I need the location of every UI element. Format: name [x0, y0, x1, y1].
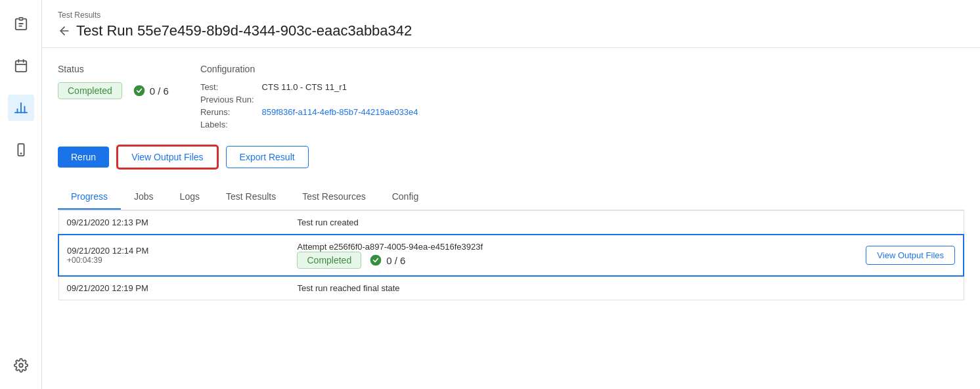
- export-result-button[interactable]: Export Result: [226, 146, 309, 168]
- attempt-action-cell: View Output Files: [732, 235, 964, 276]
- check-count: 0 / 6: [133, 84, 169, 97]
- back-button[interactable]: [58, 24, 71, 37]
- device-icon: [14, 143, 28, 157]
- tab-test-resources[interactable]: Test Resources: [289, 185, 378, 210]
- attempt-status-badge: Completed: [297, 252, 361, 269]
- timestamp-main: 09/21/2020 12:14 PM: [67, 246, 281, 256]
- svg-rect-0: [19, 18, 23, 20]
- table-row: 09/21/2020 12:19 PM Test run reached fin…: [58, 276, 964, 300]
- rerun-button[interactable]: Rerun: [58, 147, 109, 168]
- page-title: Test Run 55e7e459-8b9d-4344-903c-eaac3ab…: [76, 22, 412, 39]
- timestamp-sub: +00:04:39: [67, 256, 281, 265]
- calendar-icon: [14, 58, 28, 73]
- config-grid: Test: CTS 11.0 - CTS 11_r1 Previous Run:…: [200, 82, 418, 129]
- check-circle-icon: [133, 84, 146, 97]
- action-row: Rerun View Output Files Export Result: [58, 145, 964, 169]
- tab-jobs[interactable]: Jobs: [121, 185, 167, 210]
- table-row: 09/21/2020 12:13 PM Test run created: [58, 211, 964, 235]
- status-section: Status Completed 0 / 6: [58, 64, 169, 129]
- count-label: 0 / 6: [150, 85, 169, 97]
- desc-cell: Test run created: [289, 211, 732, 235]
- desc-cell: Test run reached final state: [289, 276, 732, 300]
- test-label: Test:: [200, 82, 254, 92]
- config-section: Configuration Test: CTS 11.0 - CTS 11_r1…: [200, 64, 418, 129]
- header: Test Results Test Run 55e7e459-8b9d-4344…: [42, 0, 980, 48]
- svg-rect-3: [15, 61, 26, 72]
- attempt-check-circle-icon: [369, 254, 382, 267]
- labels-label: Labels:: [200, 120, 254, 129]
- svg-point-13: [19, 363, 23, 367]
- sidebar-item-calendar[interactable]: [8, 53, 34, 79]
- test-value: CTS 11.0 - CTS 11_r1: [262, 82, 418, 92]
- sidebar-item-settings[interactable]: [8, 352, 34, 378]
- sidebar: [0, 0, 42, 389]
- timestamp-cell: 09/21/2020 12:14 PM +00:04:39: [58, 235, 289, 276]
- progress-table: 09/21/2020 12:13 PM Test run created 09/…: [58, 210, 964, 300]
- sidebar-item-device[interactable]: [8, 137, 34, 163]
- title-row: Test Run 55e7e459-8b9d-4344-903c-eaac3ab…: [58, 22, 964, 39]
- content-area: Status Completed 0 / 6 Configuration: [42, 48, 980, 389]
- tab-test-results[interactable]: Test Results: [213, 185, 289, 210]
- sidebar-item-analytics[interactable]: [8, 95, 34, 121]
- settings-icon: [14, 358, 28, 373]
- attempt-title: Attempt e256f6f0-a897-4005-94ea-e4516fe3…: [297, 242, 724, 252]
- bar-chart-icon: [14, 101, 28, 115]
- attempt-row-content: Completed 0 / 6: [297, 252, 724, 269]
- timestamp-cell: 09/21/2020 12:19 PM: [58, 276, 289, 300]
- attempt-view-output-files-button[interactable]: View Output Files: [866, 246, 955, 265]
- attempt-desc-cell: Attempt e256f6f0-a897-4005-94ea-e4516fe3…: [289, 235, 732, 276]
- status-row: Completed 0 / 6: [58, 82, 169, 99]
- status-badge: Completed: [58, 82, 122, 99]
- breadcrumb: Test Results: [58, 11, 964, 20]
- info-row: Status Completed 0 / 6 Configuration: [58, 64, 964, 129]
- tab-logs[interactable]: Logs: [167, 185, 213, 210]
- svg-point-15: [133, 85, 145, 97]
- labels-value: [262, 120, 418, 129]
- attempt-check-count: 0 / 6: [369, 254, 405, 267]
- prev-run-label: Previous Run:: [200, 95, 254, 104]
- tabs-bar: Progress Jobs Logs Test Results Test Res…: [58, 185, 964, 210]
- tab-config[interactable]: Config: [379, 185, 432, 210]
- status-section-label: Status: [58, 64, 169, 74]
- sidebar-item-clipboard[interactable]: [8, 11, 34, 37]
- back-arrow-icon: [58, 24, 71, 37]
- timestamp-cell: 09/21/2020 12:13 PM: [58, 211, 289, 235]
- table-row: 09/21/2020 12:14 PM +00:04:39 Attempt e2…: [58, 235, 964, 276]
- view-output-files-button[interactable]: View Output Files: [117, 145, 217, 169]
- tab-progress[interactable]: Progress: [58, 185, 121, 210]
- svg-point-16: [370, 255, 382, 266]
- config-section-label: Configuration: [200, 64, 418, 74]
- reruns-link[interactable]: 859f836f-a114-4efb-85b7-44219ae033e4: [262, 107, 418, 117]
- reruns-label: Reruns:: [200, 107, 254, 117]
- clipboard-icon: [14, 16, 28, 31]
- attempt-count-label: 0 / 6: [386, 255, 405, 266]
- main-content: Test Results Test Run 55e7e459-8b9d-4344…: [42, 0, 980, 389]
- prev-run-value: [262, 95, 418, 104]
